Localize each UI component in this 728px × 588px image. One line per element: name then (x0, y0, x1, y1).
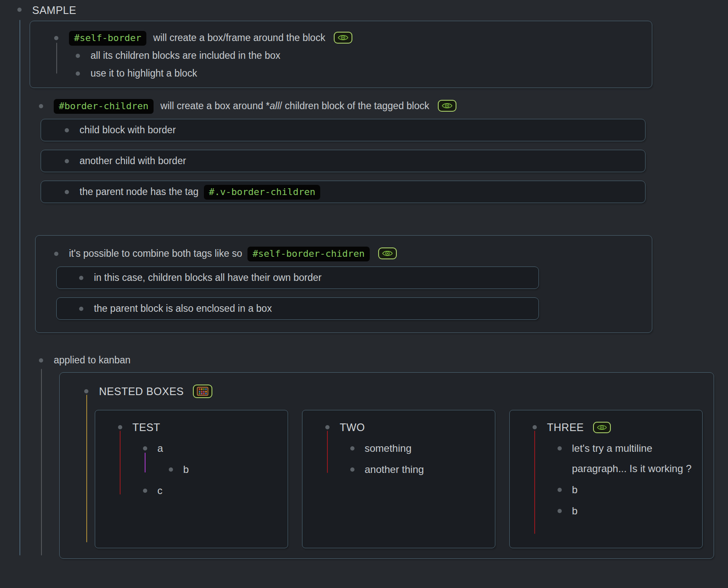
block-text[interactable]: another child with border (80, 154, 186, 168)
self-border-children: all its children blocks are included in … (76, 49, 642, 80)
block-text-content: / children block of the tagged block (280, 100, 429, 111)
block-text-content: it's possible to combine both tags like … (69, 248, 242, 259)
bordered-child-box: child block with border (41, 119, 646, 141)
self-border-row: #self-border will create a box/frame aro… (54, 31, 642, 45)
block-text[interactable]: let's try a multiline paragraph... Is it… (572, 438, 695, 479)
bullet[interactable] (39, 358, 43, 363)
combined-children: in this case, children blocks all have t… (79, 267, 642, 320)
block-text[interactable]: applied to kanban (54, 353, 131, 367)
bullet[interactable] (169, 467, 173, 472)
child-row: another child with border (65, 154, 635, 168)
block-text[interactable]: the parent node has the tag #.v-border-c… (80, 185, 320, 199)
board-title-text: NESTED BOXES (99, 385, 184, 397)
column-title-row: THREE (510, 417, 695, 437)
bullet[interactable] (143, 489, 147, 493)
bullet[interactable] (17, 8, 22, 12)
tag-border-children[interactable]: #border-children (54, 99, 154, 114)
combined-row: it's possible to combine both tags like … (54, 247, 642, 261)
eye-icon[interactable] (378, 247, 397, 259)
sample-children: #self-border will create a box/frame aro… (39, 21, 728, 559)
bullet[interactable] (558, 509, 562, 513)
bullet[interactable] (65, 159, 69, 163)
bordered-child-box: the parent node has the tag #.v-border-c… (41, 181, 646, 203)
bullet[interactable] (54, 252, 58, 256)
block-text[interactable]: in this case, children blocks all have t… (94, 271, 321, 285)
block-text[interactable]: b (183, 459, 189, 480)
block-text[interactable]: use it to highlight a block (91, 66, 197, 80)
bullet[interactable] (558, 488, 562, 492)
board-title[interactable]: NESTED BOXES (99, 381, 212, 401)
column-title-row: TEST (95, 417, 281, 437)
child-row: the parent node has the tag #.v-border-c… (65, 185, 635, 199)
block-text[interactable]: #self-border will create a box/frame aro… (69, 31, 352, 45)
kanban-column-three: THREE let's try a multiline paragraph...… (509, 410, 703, 548)
column-title[interactable]: TWO (340, 417, 365, 437)
bullet[interactable] (350, 467, 354, 472)
bullet[interactable] (39, 104, 43, 108)
tag-self-border-chidren[interactable]: #self-border-chidren (247, 247, 370, 261)
card-row: something (302, 438, 488, 459)
card-row: b (510, 501, 695, 521)
self-border-box: #self-border will create a box/frame aro… (30, 21, 652, 88)
bullet[interactable] (79, 307, 83, 311)
bullet[interactable] (54, 36, 58, 40)
eye-icon[interactable] (593, 422, 611, 433)
page-title: SAMPLE (32, 3, 76, 17)
bullet[interactable] (325, 425, 330, 429)
applied-to-kanban-row: applied to kanban (39, 353, 728, 367)
column-title-row: TWO (302, 417, 488, 437)
block-text[interactable]: a (157, 438, 163, 459)
block-text[interactable]: something (365, 438, 412, 459)
block-text[interactable]: another thing (365, 459, 424, 480)
bullet[interactable] (558, 446, 562, 451)
block-text[interactable]: b (572, 501, 577, 521)
kanban-wrapper: NESTED BOXES TEST (60, 372, 728, 559)
column-title[interactable]: THREE (547, 417, 611, 437)
kanban-column-two: TWO something another thing (302, 410, 495, 548)
block-text[interactable]: all its children blocks are included in … (91, 49, 280, 63)
block-sample: SAMPLE #self-border will create a box/fr… (17, 3, 728, 559)
abacus-icon[interactable] (193, 385, 212, 398)
eye-icon[interactable] (438, 100, 456, 112)
child-row: child block with border (65, 123, 635, 137)
italic-text: all (270, 100, 280, 111)
border-children-row: #border-children will create a box aroun… (39, 99, 728, 113)
kanban-column-test: TEST a b c (95, 410, 288, 548)
outline-page: SAMPLE #self-border will create a box/fr… (0, 0, 728, 559)
logseq-app: { "colors": { "page_bg": "#26292e", "box… (0, 0, 728, 588)
bordered-child-box: another child with border (41, 150, 646, 172)
bullet[interactable] (118, 425, 122, 429)
card-row: another thing (302, 459, 488, 480)
tag-v-border-children[interactable]: #.v-border-children (204, 185, 321, 200)
border-children-children: child block with border another child wi… (60, 119, 728, 203)
block-text[interactable]: #border-children will create a box aroun… (54, 99, 456, 113)
bullet[interactable] (76, 54, 80, 58)
card-row: b (95, 459, 281, 480)
card-row: b (510, 480, 695, 500)
bullet[interactable] (65, 128, 69, 132)
child-row: use it to highlight a block (76, 66, 642, 80)
block-text[interactable]: the parent block is also enclosed in a b… (94, 302, 272, 316)
child-row: the parent block is also enclosed in a b… (79, 302, 528, 316)
kanban-board: TEST a b c (95, 410, 703, 548)
nested-boxes-box: NESTED BOXES TEST (59, 372, 714, 559)
bordered-child-box: in this case, children blocks all have t… (56, 267, 539, 289)
block-text[interactable]: child block with border (80, 123, 176, 137)
bullet[interactable] (533, 425, 537, 429)
block-text[interactable]: b (572, 480, 577, 500)
bordered-child-box: the parent block is also enclosed in a b… (56, 297, 539, 320)
bullet[interactable] (350, 446, 354, 451)
column-title-text: THREE (547, 421, 584, 433)
block-text[interactable]: it's possible to combine both tags like … (69, 247, 397, 261)
nested-boxes-row: NESTED BOXES (84, 381, 703, 401)
bullet[interactable] (79, 276, 83, 280)
column-title[interactable]: TEST (132, 417, 160, 437)
tag-self-border[interactable]: #self-border (69, 31, 146, 46)
bullet[interactable] (65, 190, 69, 194)
eye-icon[interactable] (334, 32, 352, 44)
bullet[interactable] (143, 446, 147, 451)
child-row: all its children blocks are included in … (76, 49, 642, 63)
bullet[interactable] (76, 71, 80, 76)
block-text[interactable]: c (157, 481, 162, 501)
bullet[interactable] (84, 389, 88, 393)
